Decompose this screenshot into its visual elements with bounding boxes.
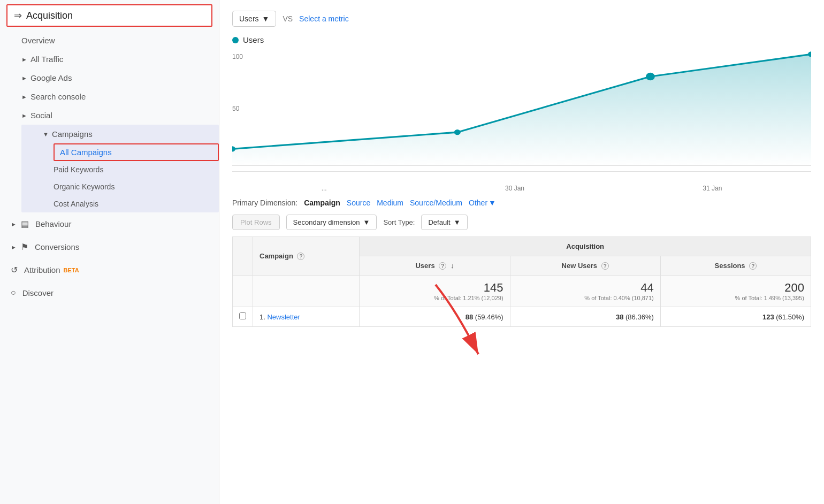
row1-num: 1. xyxy=(260,313,265,321)
total-checkbox-cell xyxy=(233,276,253,307)
y-axis-label-50: 50 xyxy=(232,105,239,112)
all-campaigns-label: All Campaigns xyxy=(60,148,112,157)
x-label-1: 30 Jan xyxy=(505,185,524,192)
plot-rows-button: Plot Rows xyxy=(232,215,280,230)
select-metric-link[interactable]: Select a metric xyxy=(299,14,349,23)
dim-other-arrow: ▼ xyxy=(489,198,496,207)
total-new-users-cell: 44 % of Total: 0.40% (10,871) xyxy=(510,276,660,307)
metric-dropdown[interactable]: Users ▼ xyxy=(232,11,276,27)
svg-point-2 xyxy=(454,129,461,135)
sidebar-item-paid-keywords[interactable]: Paid Keywords xyxy=(54,161,219,178)
row1-checkbox[interactable] xyxy=(233,307,253,327)
campaign-help-icon[interactable]: ? xyxy=(297,253,304,260)
discover-icon: ○ xyxy=(11,288,16,297)
chart-legend: Users xyxy=(232,35,811,44)
sidebar-item-campaigns[interactable]: ▼ Campaigns xyxy=(21,125,219,143)
row1-users-cell: 88 (59.46%) xyxy=(360,307,510,327)
conversions-icon: ⚑ xyxy=(21,242,28,252)
arrow-icon: ► xyxy=(21,75,27,81)
table-row: 1. Newsletter 88 (59.46%) 38 (86.36%) 12… xyxy=(233,307,811,327)
row1-checkbox-input[interactable] xyxy=(239,312,246,319)
sidebar-item-conversions[interactable]: ► ⚑ Conversions xyxy=(0,235,219,258)
secondary-dim-arrow: ▼ xyxy=(363,218,370,226)
primary-dim-label: Primary Dimension: xyxy=(232,198,297,207)
paid-keywords-label: Paid Keywords xyxy=(54,165,103,174)
arrow-icon: ► xyxy=(21,112,27,119)
new-users-help-icon[interactable]: ? xyxy=(601,262,609,270)
sidebar: ⇒ Acquisition Overview ► All Traffic ► G… xyxy=(0,0,219,504)
row1-users-pct: (59.46%) xyxy=(475,313,503,321)
row1-sessions-value: 123 xyxy=(762,313,774,321)
total-sessions-cell: 200 % of Total: 1.49% (13,395) xyxy=(660,276,811,307)
campaign-col-label: Campaign xyxy=(260,252,293,260)
dim-other-label: Other xyxy=(469,198,487,207)
legend-dot xyxy=(232,37,239,43)
sidebar-acquisition[interactable]: ⇒ Acquisition xyxy=(6,4,212,27)
svg-point-3 xyxy=(646,73,655,81)
metric-label: Users xyxy=(239,14,259,23)
sidebar-item-all-traffic[interactable]: ► All Traffic xyxy=(21,50,219,68)
row1-campaign-link[interactable]: Newsletter xyxy=(267,313,300,321)
sidebar-item-discover[interactable]: ○ Discover xyxy=(0,281,219,304)
checkbox-header xyxy=(233,237,253,276)
expand-arrow-icon: ▼ xyxy=(43,131,49,138)
sidebar-item-overview[interactable]: Overview xyxy=(21,31,219,50)
campaigns-label: Campaigns xyxy=(52,129,93,139)
users-help-icon[interactable]: ? xyxy=(439,262,446,270)
row1-new-users-cell: 38 (86.36%) xyxy=(510,307,660,327)
main-content: Users ▼ VS Select a metric Users 100 50 xyxy=(219,0,824,504)
total-row: 145 % of Total: 1.21% (12,029) 44 % of T… xyxy=(233,276,811,307)
y-axis-label-100: 100 xyxy=(232,53,243,60)
cost-analysis-label: Cost Analysis xyxy=(54,200,98,208)
acquisition-icon: ⇒ xyxy=(14,10,22,21)
campaign-header: Campaign ? xyxy=(253,237,360,276)
sidebar-item-all-campaigns[interactable]: All Campaigns xyxy=(54,143,219,161)
sidebar-item-attribution[interactable]: ↺ Attribution BETA xyxy=(0,258,219,281)
campaigns-children: All Campaigns Paid Keywords Organic Keyw… xyxy=(21,143,219,212)
svg-marker-0 xyxy=(232,54,811,165)
chart-container: 100 50 xyxy=(232,49,811,172)
all-traffic-label: All Traffic xyxy=(30,55,63,64)
sessions-help-icon[interactable]: ? xyxy=(749,262,757,270)
secondary-dimension-dropdown[interactable]: Secondary dimension ▼ xyxy=(286,215,377,230)
beta-badge: BETA xyxy=(64,267,79,273)
secondary-dim-label: Secondary dimension xyxy=(293,218,360,226)
dim-campaign[interactable]: Campaign xyxy=(304,198,340,207)
new-users-col-header: New Users ? xyxy=(510,256,660,276)
new-users-col-label: New Users xyxy=(562,262,597,270)
sidebar-item-organic-keywords[interactable]: Organic Keywords xyxy=(54,178,219,195)
attribution-label: Attribution xyxy=(24,265,60,274)
dim-source-medium[interactable]: Source/Medium xyxy=(410,198,462,207)
users-col-label: Users xyxy=(415,262,434,270)
conversions-arrow-icon: ► xyxy=(11,244,17,250)
sort-dropdown-arrow: ▼ xyxy=(454,218,461,226)
sidebar-sub: Overview ► All Traffic ► Google Ads ► Se… xyxy=(0,31,219,212)
dim-source[interactable]: Source xyxy=(347,198,370,207)
x-label-2: 31 Jan xyxy=(703,185,722,192)
table-wrapper: Campaign ? Acquisition Users ? ↓ New Use… xyxy=(232,236,811,327)
data-table: Campaign ? Acquisition Users ? ↓ New Use… xyxy=(232,236,811,327)
sidebar-item-social[interactable]: ► Social xyxy=(21,106,219,125)
sidebar-item-cost-analysis[interactable]: Cost Analysis xyxy=(54,195,219,212)
legend-label: Users xyxy=(243,35,264,44)
sidebar-item-google-ads[interactable]: ► Google Ads xyxy=(21,68,219,87)
google-ads-label: Google Ads xyxy=(30,73,72,82)
overview-label: Overview xyxy=(21,36,55,45)
row1-new-users-value: 38 xyxy=(616,313,623,321)
row1-sessions-cell: 123 (61.50%) xyxy=(660,307,811,327)
metric-dropdown-arrow: ▼ xyxy=(262,14,270,23)
sidebar-item-search-console[interactable]: ► Search console xyxy=(21,87,219,106)
arrow-icon: ► xyxy=(21,94,27,100)
x-axis-labels: ... 30 Jan 31 Jan xyxy=(232,182,811,198)
dim-other[interactable]: Other ▼ xyxy=(469,198,496,207)
acquisition-group-header: Acquisition xyxy=(360,237,811,256)
behaviour-arrow-icon: ► xyxy=(11,221,17,227)
sort-type-dropdown[interactable]: Default ▼ xyxy=(421,215,467,230)
campaigns-section: ▼ Campaigns All Campaigns Paid Keywords … xyxy=(21,125,219,212)
users-sort-icon: ↓ xyxy=(451,262,454,270)
total-sessions-value: 200 xyxy=(784,281,804,294)
sidebar-item-behaviour[interactable]: ► ▤ Behaviour xyxy=(0,212,219,235)
total-users-value: 145 xyxy=(484,281,503,294)
x-label-0: ... xyxy=(322,185,327,192)
dim-medium[interactable]: Medium xyxy=(377,198,403,207)
